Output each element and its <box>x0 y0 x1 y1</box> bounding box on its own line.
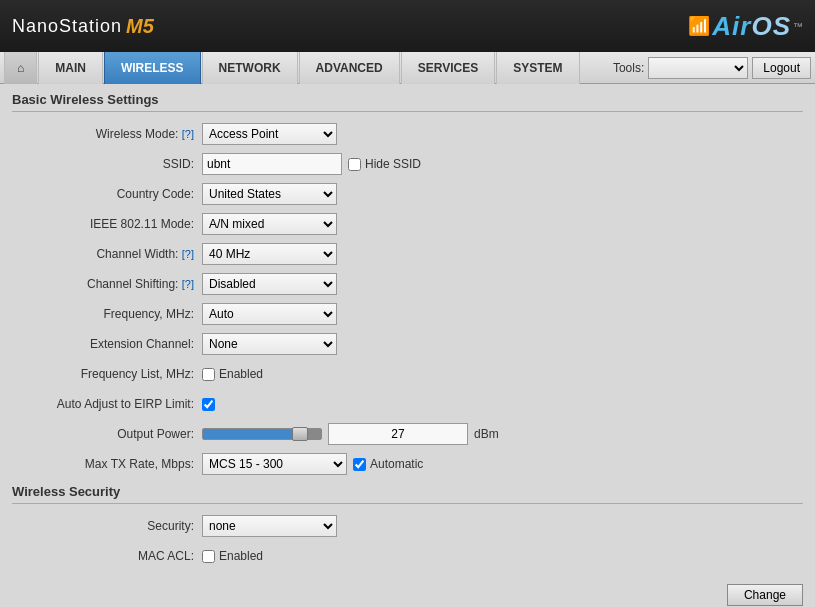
channel-shifting-row: Channel Shifting: [?] Disabled Enabled <box>12 272 803 296</box>
auto-adjust-label: Auto Adjust to EIRP Limit: <box>12 397 202 411</box>
trademark-symbol: ™ <box>793 21 803 32</box>
product-logo: NanoStation M5 <box>12 15 154 38</box>
wireless-security-title: Wireless Security <box>12 484 803 504</box>
tools-label: Tools: <box>613 61 644 75</box>
header: NanoStation M5 📶 AirOS ™ <box>0 0 815 52</box>
output-power-row: Output Power: dBm <box>12 422 803 446</box>
frequency-label: Frequency, MHz: <box>12 307 202 321</box>
country-code-row: Country Code: United States Canada Germa… <box>12 182 803 206</box>
basic-wireless-title: Basic Wireless Settings <box>12 92 803 112</box>
ieee-mode-select[interactable]: A/N mixed A only N only <box>202 213 337 235</box>
channel-shifting-control: Disabled Enabled <box>202 273 337 295</box>
output-power-slider-track[interactable] <box>202 428 322 440</box>
logout-button[interactable]: Logout <box>752 57 811 79</box>
auto-adjust-control <box>202 398 215 411</box>
wireless-mode-label: Wireless Mode: [?] <box>12 127 202 141</box>
max-tx-rate-select[interactable]: MCS 15 - 300 MCS 14 - 270 MCS 13 - 243 <box>202 453 347 475</box>
ssid-label: SSID: <box>12 157 202 171</box>
change-button[interactable]: Change <box>727 584 803 606</box>
mac-acl-label: MAC ACL: <box>12 549 202 563</box>
mac-acl-enabled-label: Enabled <box>202 549 263 563</box>
channel-shifting-select[interactable]: Disabled Enabled <box>202 273 337 295</box>
auto-adjust-checkbox[interactable] <box>202 398 215 411</box>
frequency-select[interactable]: Auto 5180 5200 <box>202 303 337 325</box>
hide-ssid-label: Hide SSID <box>348 157 421 171</box>
output-power-input[interactable] <box>328 423 468 445</box>
nav-home[interactable]: ⌂ <box>4 52 37 84</box>
automatic-label: Automatic <box>353 457 423 471</box>
wireless-security-section: Wireless Security Security: none WEP WPA… <box>12 484 803 568</box>
frequency-list-label: Frequency List, MHz: <box>12 367 202 381</box>
extension-channel-control: None Upper Lower <box>202 333 337 355</box>
output-power-control: dBm <box>202 423 499 445</box>
extension-channel-label: Extension Channel: <box>12 337 202 351</box>
security-select[interactable]: none WEP WPA WPA2 <box>202 515 337 537</box>
channel-width-select[interactable]: 40 MHz 20 MHz 10 MHz 5 MHz <box>202 243 337 265</box>
security-row: Security: none WEP WPA WPA2 <box>12 514 803 538</box>
extension-channel-select[interactable]: None Upper Lower <box>202 333 337 355</box>
auto-adjust-row: Auto Adjust to EIRP Limit: <box>12 392 803 416</box>
channel-shifting-help[interactable]: [?] <box>182 278 194 290</box>
max-tx-rate-label: Max TX Rate, Mbps: <box>12 457 202 471</box>
security-label: Security: <box>12 519 202 533</box>
max-tx-rate-control: MCS 15 - 300 MCS 14 - 270 MCS 13 - 243 A… <box>202 453 423 475</box>
frequency-control: Auto 5180 5200 <box>202 303 337 325</box>
automatic-checkbox[interactable] <box>353 458 366 471</box>
wireless-mode-help[interactable]: [?] <box>182 128 194 140</box>
ieee-mode-control: A/N mixed A only N only <box>202 213 337 235</box>
nav-services[interactable]: SERVICES <box>401 52 495 84</box>
airos-logo: 📶 AirOS ™ <box>688 11 803 42</box>
frequency-list-checkbox[interactable] <box>202 368 215 381</box>
tools-dropdown[interactable] <box>648 57 748 79</box>
product-model: M5 <box>126 15 154 38</box>
mac-acl-row: MAC ACL: Enabled <box>12 544 803 568</box>
country-code-control: United States Canada Germany <box>202 183 337 205</box>
frequency-list-row: Frequency List, MHz: Enabled <box>12 362 803 386</box>
ssid-row: SSID: Hide SSID <box>12 152 803 176</box>
output-power-label: Output Power: <box>12 427 202 441</box>
ssid-control: Hide SSID <box>202 153 421 175</box>
nav-wireless[interactable]: WIRELESS <box>104 52 201 84</box>
security-control: none WEP WPA WPA2 <box>202 515 337 537</box>
nav-network[interactable]: NETWORK <box>202 52 298 84</box>
country-code-select[interactable]: United States Canada Germany <box>202 183 337 205</box>
navbar: ⌂ MAIN WIRELESS NETWORK ADVANCED SERVICE… <box>0 52 815 84</box>
output-power-slider-thumb[interactable] <box>292 427 308 441</box>
hide-ssid-checkbox[interactable] <box>348 158 361 171</box>
ssid-input[interactable] <box>202 153 342 175</box>
frequency-list-enabled-label: Enabled <box>202 367 263 381</box>
channel-shifting-label: Channel Shifting: [?] <box>12 277 202 291</box>
ieee-mode-label: IEEE 802.11 Mode: <box>12 217 202 231</box>
output-power-unit: dBm <box>474 427 499 441</box>
mac-acl-control: Enabled <box>202 549 263 563</box>
tools-select-area: Tools: <box>613 57 748 79</box>
main-content: Basic Wireless Settings Wireless Mode: [… <box>0 84 815 607</box>
frequency-row: Frequency, MHz: Auto 5180 5200 <box>12 302 803 326</box>
channel-width-label: Channel Width: [?] <box>12 247 202 261</box>
wireless-mode-row: Wireless Mode: [?] Access Point Station … <box>12 122 803 146</box>
basic-wireless-section: Basic Wireless Settings Wireless Mode: [… <box>12 92 803 476</box>
airos-text: AirOS <box>712 11 791 42</box>
extension-channel-row: Extension Channel: None Upper Lower <box>12 332 803 356</box>
country-code-label: Country Code: <box>12 187 202 201</box>
change-btn-row: Change <box>12 576 803 607</box>
nav-advanced[interactable]: ADVANCED <box>299 52 400 84</box>
channel-width-help[interactable]: [?] <box>182 248 194 260</box>
wifi-icon: 📶 <box>688 15 710 37</box>
nav-main[interactable]: MAIN <box>38 52 103 84</box>
nav-system[interactable]: SYSTEM <box>496 52 579 84</box>
channel-width-row: Channel Width: [?] 40 MHz 20 MHz 10 MHz … <box>12 242 803 266</box>
max-tx-rate-row: Max TX Rate, Mbps: MCS 15 - 300 MCS 14 -… <box>12 452 803 476</box>
mac-acl-checkbox[interactable] <box>202 550 215 563</box>
wireless-mode-select[interactable]: Access Point Station Access Point WDS St… <box>202 123 337 145</box>
frequency-list-control: Enabled <box>202 367 263 381</box>
wireless-mode-control: Access Point Station Access Point WDS St… <box>202 123 337 145</box>
channel-width-control: 40 MHz 20 MHz 10 MHz 5 MHz <box>202 243 337 265</box>
nav-tools-area: Tools: Logout <box>613 57 811 79</box>
ieee-mode-row: IEEE 802.11 Mode: A/N mixed A only N onl… <box>12 212 803 236</box>
product-name: NanoStation <box>12 16 122 37</box>
